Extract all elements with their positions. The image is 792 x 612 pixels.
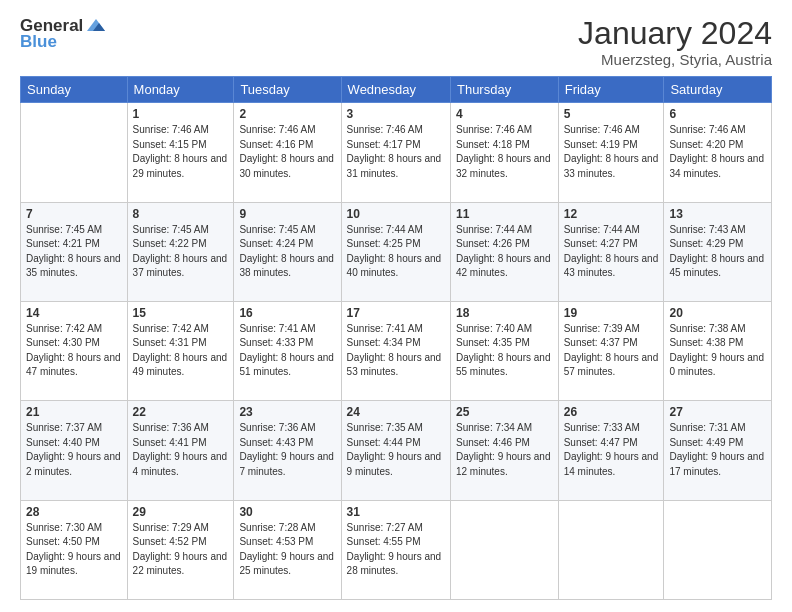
- table-row: 21 Sunrise: 7:37 AM Sunset: 4:40 PM Dayl…: [21, 401, 128, 500]
- daylight-text: Daylight: 8 hours and 51 minutes.: [239, 352, 334, 378]
- calendar-week-row: 1 Sunrise: 7:46 AM Sunset: 4:15 PM Dayli…: [21, 103, 772, 202]
- day-number: 15: [133, 306, 229, 320]
- daylight-text: Daylight: 9 hours and 2 minutes.: [26, 451, 121, 477]
- sunset-text: Sunset: 4:52 PM: [133, 536, 207, 547]
- sunset-text: Sunset: 4:44 PM: [347, 437, 421, 448]
- day-number: 17: [347, 306, 445, 320]
- table-row: 2 Sunrise: 7:46 AM Sunset: 4:16 PM Dayli…: [234, 103, 341, 202]
- calendar-week-row: 28 Sunrise: 7:30 AM Sunset: 4:50 PM Dayl…: [21, 500, 772, 599]
- day-number: 9: [239, 207, 335, 221]
- table-row: 10 Sunrise: 7:44 AM Sunset: 4:25 PM Dayl…: [341, 202, 450, 301]
- sunrise-text: Sunrise: 7:33 AM: [564, 422, 640, 433]
- daylight-text: Daylight: 9 hours and 0 minutes.: [669, 352, 764, 378]
- table-row: 15 Sunrise: 7:42 AM Sunset: 4:31 PM Dayl…: [127, 301, 234, 400]
- table-row: 11 Sunrise: 7:44 AM Sunset: 4:26 PM Dayl…: [450, 202, 558, 301]
- sunrise-text: Sunrise: 7:36 AM: [133, 422, 209, 433]
- sunset-text: Sunset: 4:43 PM: [239, 437, 313, 448]
- sunrise-text: Sunrise: 7:42 AM: [133, 323, 209, 334]
- logo-icon: [85, 17, 107, 35]
- calendar-table: Sunday Monday Tuesday Wednesday Thursday…: [20, 76, 772, 600]
- day-info: Sunrise: 7:41 AM Sunset: 4:34 PM Dayligh…: [347, 322, 445, 380]
- sunset-text: Sunset: 4:47 PM: [564, 437, 638, 448]
- table-row: 6 Sunrise: 7:46 AM Sunset: 4:20 PM Dayli…: [664, 103, 772, 202]
- sunrise-text: Sunrise: 7:44 AM: [347, 224, 423, 235]
- table-row: 29 Sunrise: 7:29 AM Sunset: 4:52 PM Dayl…: [127, 500, 234, 599]
- day-info: Sunrise: 7:27 AM Sunset: 4:55 PM Dayligh…: [347, 521, 445, 579]
- table-row: 12 Sunrise: 7:44 AM Sunset: 4:27 PM Dayl…: [558, 202, 664, 301]
- header-tuesday: Tuesday: [234, 77, 341, 103]
- daylight-text: Daylight: 8 hours and 37 minutes.: [133, 253, 228, 279]
- day-number: 11: [456, 207, 553, 221]
- daylight-text: Daylight: 8 hours and 45 minutes.: [669, 253, 764, 279]
- sunrise-text: Sunrise: 7:46 AM: [239, 124, 315, 135]
- table-row: 5 Sunrise: 7:46 AM Sunset: 4:19 PM Dayli…: [558, 103, 664, 202]
- daylight-text: Daylight: 8 hours and 57 minutes.: [564, 352, 659, 378]
- sunset-text: Sunset: 4:16 PM: [239, 139, 313, 150]
- sunrise-text: Sunrise: 7:45 AM: [133, 224, 209, 235]
- day-info: Sunrise: 7:30 AM Sunset: 4:50 PM Dayligh…: [26, 521, 122, 579]
- sunset-text: Sunset: 4:35 PM: [456, 337, 530, 348]
- day-number: 22: [133, 405, 229, 419]
- day-info: Sunrise: 7:28 AM Sunset: 4:53 PM Dayligh…: [239, 521, 335, 579]
- day-number: 8: [133, 207, 229, 221]
- day-info: Sunrise: 7:46 AM Sunset: 4:18 PM Dayligh…: [456, 123, 553, 181]
- sunset-text: Sunset: 4:37 PM: [564, 337, 638, 348]
- daylight-text: Daylight: 8 hours and 42 minutes.: [456, 253, 551, 279]
- sunrise-text: Sunrise: 7:30 AM: [26, 522, 102, 533]
- table-row: 14 Sunrise: 7:42 AM Sunset: 4:30 PM Dayl…: [21, 301, 128, 400]
- day-info: Sunrise: 7:44 AM Sunset: 4:25 PM Dayligh…: [347, 223, 445, 281]
- day-number: 2: [239, 107, 335, 121]
- sunrise-text: Sunrise: 7:31 AM: [669, 422, 745, 433]
- sunset-text: Sunset: 4:50 PM: [26, 536, 100, 547]
- sunset-text: Sunset: 4:19 PM: [564, 139, 638, 150]
- sunset-text: Sunset: 4:33 PM: [239, 337, 313, 348]
- sunrise-text: Sunrise: 7:41 AM: [347, 323, 423, 334]
- day-info: Sunrise: 7:46 AM Sunset: 4:17 PM Dayligh…: [347, 123, 445, 181]
- daylight-text: Daylight: 8 hours and 55 minutes.: [456, 352, 551, 378]
- day-number: 14: [26, 306, 122, 320]
- sunrise-text: Sunrise: 7:43 AM: [669, 224, 745, 235]
- table-row: 26 Sunrise: 7:33 AM Sunset: 4:47 PM Dayl…: [558, 401, 664, 500]
- day-info: Sunrise: 7:43 AM Sunset: 4:29 PM Dayligh…: [669, 223, 766, 281]
- daylight-text: Daylight: 8 hours and 35 minutes.: [26, 253, 121, 279]
- daylight-text: Daylight: 8 hours and 32 minutes.: [456, 153, 551, 179]
- header-thursday: Thursday: [450, 77, 558, 103]
- sunrise-text: Sunrise: 7:29 AM: [133, 522, 209, 533]
- sunrise-text: Sunrise: 7:44 AM: [456, 224, 532, 235]
- header-friday: Friday: [558, 77, 664, 103]
- sunrise-text: Sunrise: 7:35 AM: [347, 422, 423, 433]
- sunrise-text: Sunrise: 7:46 AM: [347, 124, 423, 135]
- day-info: Sunrise: 7:31 AM Sunset: 4:49 PM Dayligh…: [669, 421, 766, 479]
- sunset-text: Sunset: 4:21 PM: [26, 238, 100, 249]
- day-number: 13: [669, 207, 766, 221]
- day-info: Sunrise: 7:42 AM Sunset: 4:31 PM Dayligh…: [133, 322, 229, 380]
- table-row: 23 Sunrise: 7:36 AM Sunset: 4:43 PM Dayl…: [234, 401, 341, 500]
- subtitle: Muerzsteg, Styria, Austria: [578, 51, 772, 68]
- day-info: Sunrise: 7:40 AM Sunset: 4:35 PM Dayligh…: [456, 322, 553, 380]
- day-number: 23: [239, 405, 335, 419]
- logo-blue: Blue: [20, 32, 57, 52]
- daylight-text: Daylight: 9 hours and 28 minutes.: [347, 551, 442, 577]
- sunset-text: Sunset: 4:49 PM: [669, 437, 743, 448]
- day-info: Sunrise: 7:38 AM Sunset: 4:38 PM Dayligh…: [669, 322, 766, 380]
- day-info: Sunrise: 7:33 AM Sunset: 4:47 PM Dayligh…: [564, 421, 659, 479]
- sunset-text: Sunset: 4:40 PM: [26, 437, 100, 448]
- header-monday: Monday: [127, 77, 234, 103]
- sunrise-text: Sunrise: 7:40 AM: [456, 323, 532, 334]
- day-number: 7: [26, 207, 122, 221]
- sunset-text: Sunset: 4:18 PM: [456, 139, 530, 150]
- sunset-text: Sunset: 4:34 PM: [347, 337, 421, 348]
- daylight-text: Daylight: 9 hours and 25 minutes.: [239, 551, 334, 577]
- sunrise-text: Sunrise: 7:34 AM: [456, 422, 532, 433]
- sunrise-text: Sunrise: 7:42 AM: [26, 323, 102, 334]
- weekday-header-row: Sunday Monday Tuesday Wednesday Thursday…: [21, 77, 772, 103]
- day-number: 1: [133, 107, 229, 121]
- day-info: Sunrise: 7:34 AM Sunset: 4:46 PM Dayligh…: [456, 421, 553, 479]
- table-row: 18 Sunrise: 7:40 AM Sunset: 4:35 PM Dayl…: [450, 301, 558, 400]
- sunset-text: Sunset: 4:24 PM: [239, 238, 313, 249]
- main-title: January 2024: [578, 16, 772, 51]
- sunrise-text: Sunrise: 7:46 AM: [669, 124, 745, 135]
- table-row: 17 Sunrise: 7:41 AM Sunset: 4:34 PM Dayl…: [341, 301, 450, 400]
- table-row: 20 Sunrise: 7:38 AM Sunset: 4:38 PM Dayl…: [664, 301, 772, 400]
- sunrise-text: Sunrise: 7:46 AM: [456, 124, 532, 135]
